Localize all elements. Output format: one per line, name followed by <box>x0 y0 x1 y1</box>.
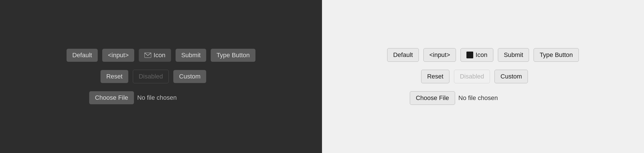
light-reset-button[interactable]: Reset <box>421 70 449 83</box>
light-submit-button[interactable]: Submit <box>498 48 529 62</box>
dark-submit-button[interactable]: Submit <box>176 49 206 62</box>
dark-disabled-button: Disabled <box>133 70 169 83</box>
light-default-button[interactable]: Default <box>387 48 419 62</box>
dark-row-3: Choose File No file chosen <box>67 91 177 104</box>
envelope-icon <box>144 53 151 58</box>
dark-icon-button-label: Icon <box>153 52 165 59</box>
light-type-button[interactable]: Type Button <box>534 48 579 62</box>
dark-default-button[interactable]: Default <box>67 49 98 62</box>
light-disabled-button: Disabled <box>454 70 490 83</box>
light-row-1: Default <input> Icon Submit Type Button <box>387 48 579 62</box>
light-button-grid: Default <input> Icon Submit Type Button … <box>387 48 579 105</box>
light-input-button[interactable]: <input> <box>423 48 456 62</box>
dark-row-2: Reset Disabled Custom <box>67 70 206 83</box>
light-row-2: Reset Disabled Custom <box>387 70 528 83</box>
light-custom-button[interactable]: Custom <box>494 70 528 83</box>
dark-choose-file-button[interactable]: Choose File <box>89 91 134 104</box>
dark-button-grid: Default <input> Icon Submit Type Button … <box>67 49 255 104</box>
dark-icon-button[interactable]: Icon <box>139 49 171 62</box>
dark-custom-button[interactable]: Custom <box>173 70 206 83</box>
dark-panel: Default <input> Icon Submit Type Button … <box>0 0 322 153</box>
light-row-3: Choose File No file chosen <box>387 91 498 105</box>
dark-no-file-label: No file chosen <box>137 94 177 101</box>
dark-reset-button[interactable]: Reset <box>101 70 128 83</box>
light-no-file-label: No file chosen <box>459 94 498 102</box>
dark-type-button[interactable]: Type Button <box>211 49 255 62</box>
square-icon <box>466 52 473 58</box>
light-panel: Default <input> Icon Submit Type Button … <box>322 0 644 153</box>
dark-row-1: Default <input> Icon Submit Type Button <box>67 49 255 62</box>
dark-input-button[interactable]: <input> <box>102 49 134 62</box>
light-choose-file-button[interactable]: Choose File <box>410 91 455 105</box>
light-icon-button-label: Icon <box>475 51 487 59</box>
light-icon-button[interactable]: Icon <box>460 48 493 62</box>
